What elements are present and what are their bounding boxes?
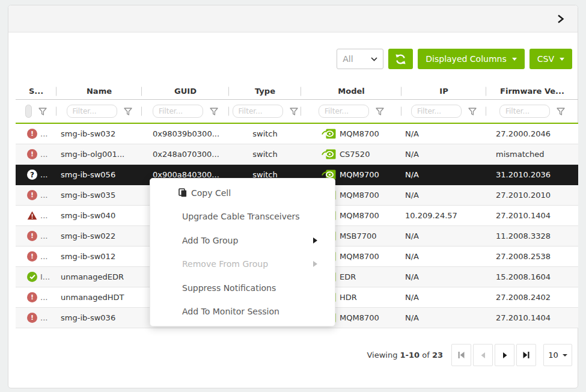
filter-funnel-icon[interactable]: [557, 108, 565, 115]
context-menu-item[interactable]: Suppress Notifications: [150, 276, 335, 300]
column-filter-input[interactable]: [233, 105, 283, 118]
cell-ip[interactable]: 10.209.24.57: [401, 211, 486, 220]
error-status-icon: !: [27, 292, 37, 302]
cell-ip[interactable]: N/A: [401, 293, 486, 302]
refresh-button[interactable]: [388, 49, 413, 69]
cell-firmware[interactable]: mismatched: [486, 150, 578, 159]
filter-funnel-icon[interactable]: [38, 108, 47, 115]
status-text: I...: [40, 272, 50, 281]
context-menu: Copy Cell Upgrade Cable Transceivers Add…: [150, 178, 335, 326]
cell-firmware[interactable]: 27.2010.2010: [486, 191, 578, 200]
cell-guid[interactable]: 0x248a070300...: [142, 150, 229, 159]
cell-name[interactable]: smg-ib-sw040: [56, 211, 142, 220]
cell-firmware[interactable]: 11.2008.3328: [486, 231, 578, 240]
status-text: ...: [40, 129, 47, 138]
cell-firmware[interactable]: 27.2008.2538: [486, 252, 578, 261]
scope-filter-select[interactable]: All: [337, 49, 383, 69]
cell-firmware[interactable]: 15.2008.1604: [486, 272, 578, 281]
table-row[interactable]: !... smg-ib-sw032 0x98039b0300... switch…: [16, 124, 578, 144]
csv-export-button[interactable]: CSV: [530, 49, 572, 69]
previous-page-button[interactable]: [473, 344, 493, 366]
cell-guid[interactable]: 0x98039b0300...: [142, 129, 229, 138]
filter-funnel-icon[interactable]: [210, 108, 218, 115]
caret-down-icon: [512, 58, 517, 61]
cell-firmware[interactable]: 27.2008.2402: [486, 293, 578, 302]
cell-name[interactable]: smg-ib-sw036: [56, 313, 142, 322]
context-menu-item[interactable]: Add To Group: [150, 228, 335, 253]
csv-label: CSV: [537, 54, 554, 64]
context-menu-item-label: Add To Group: [182, 236, 238, 245]
cell-ip[interactable]: N/A: [401, 313, 486, 322]
context-menu-item[interactable]: Add To Monitor Session: [150, 300, 335, 324]
column-header-label[interactable]: Name: [87, 87, 112, 96]
cell-firmware[interactable]: 27.2010.1404: [486, 313, 578, 322]
filter-funnel-icon[interactable]: [124, 108, 132, 115]
pagination: Viewing 1-10 of 23 10: [367, 344, 572, 366]
column-header-label[interactable]: GUID: [174, 87, 197, 96]
cell-name[interactable]: unmanagedEDR: [56, 272, 142, 281]
column-header-label[interactable]: S...: [29, 87, 43, 96]
column-filter-input[interactable]: [25, 105, 32, 118]
cell-type[interactable]: switch: [229, 150, 301, 159]
first-page-button[interactable]: [451, 344, 471, 366]
column-header-label[interactable]: Model: [338, 87, 364, 96]
page-size-select[interactable]: 10: [543, 344, 572, 366]
unknown-status-icon: ?: [27, 170, 37, 180]
cell-name[interactable]: smg-ib-olg001...: [56, 150, 142, 159]
model-text: MQM8700: [340, 313, 379, 322]
collapse-panel-button[interactable]: [555, 13, 566, 25]
cell-firmware[interactable]: 27.2000.2046: [486, 129, 578, 138]
column-filter-input[interactable]: [153, 105, 203, 118]
chevron-right-icon: [557, 14, 564, 24]
cell-model[interactable]: CS7520: [301, 149, 401, 159]
cell-model[interactable]: MQM8700: [301, 129, 401, 139]
context-menu-item: Remove From Group: [150, 253, 335, 277]
cell-name[interactable]: smg-ib-sw056: [56, 170, 142, 179]
column-filter-input[interactable]: [67, 105, 117, 118]
cell-name[interactable]: smg-ib-sw022: [56, 231, 142, 240]
cell-ip[interactable]: N/A: [401, 231, 486, 240]
column-header-label[interactable]: Firmware Ve...: [500, 87, 564, 96]
cell-firmware[interactable]: 31.2010.2036: [486, 170, 578, 179]
cell-type[interactable]: switch: [229, 129, 301, 138]
column-header-label[interactable]: Type: [255, 87, 275, 96]
status-text: ...: [40, 313, 47, 322]
cell-name[interactable]: unmanagedHDT: [56, 293, 142, 302]
column-filter-input[interactable]: [411, 105, 462, 118]
cell-firmware[interactable]: 27.2010.1404: [486, 211, 578, 220]
cell-name[interactable]: smg-ib-sw035: [56, 191, 142, 200]
context-menu-item-label: Copy Cell: [191, 188, 231, 198]
filter-funnel-icon[interactable]: [376, 108, 384, 115]
column-filter-input[interactable]: [319, 105, 369, 118]
cell-ip[interactable]: N/A: [401, 191, 486, 200]
error-status-icon: !: [27, 313, 37, 323]
displayed-columns-button[interactable]: Displayed Columns: [418, 49, 524, 69]
cell-ip[interactable]: N/A: [401, 150, 486, 159]
table-filter-row: [16, 100, 578, 124]
context-menu-item[interactable]: Upgrade Cable Transceivers: [150, 205, 335, 229]
cell-ip[interactable]: N/A: [401, 272, 486, 281]
chevron-down-icon: [371, 57, 377, 61]
filter-funnel-icon[interactable]: [290, 108, 298, 115]
cell-ip[interactable]: N/A: [401, 170, 486, 179]
viewing-total: 23: [432, 351, 443, 360]
column-header-label[interactable]: IP: [439, 87, 448, 96]
column-filter-input[interactable]: [499, 105, 550, 118]
next-page-button[interactable]: [495, 344, 514, 366]
context-menu-item-label: Remove From Group: [182, 259, 268, 269]
error-status-icon: !: [27, 231, 37, 241]
last-page-button[interactable]: [516, 344, 536, 366]
filter-funnel-icon[interactable]: [468, 108, 477, 115]
cell-ip[interactable]: N/A: [401, 129, 486, 138]
context-menu-item-label: Suppress Notifications: [182, 283, 276, 293]
context-menu-item[interactable]: Copy Cell: [150, 181, 335, 205]
cell-ip[interactable]: N/A: [401, 252, 486, 261]
context-menu-item-label: Upgrade Cable Transceivers: [182, 212, 300, 221]
page-size-value: 10: [548, 351, 558, 360]
previous-page-icon: [480, 352, 486, 359]
table-row[interactable]: !... smg-ib-olg001... 0x248a070300... sw…: [16, 144, 578, 165]
cell-name[interactable]: smg-ib-sw012: [56, 252, 142, 261]
error-status-icon: !: [27, 190, 37, 200]
cell-name[interactable]: smg-ib-sw032: [56, 129, 142, 138]
submenu-arrow-icon: [313, 237, 317, 243]
